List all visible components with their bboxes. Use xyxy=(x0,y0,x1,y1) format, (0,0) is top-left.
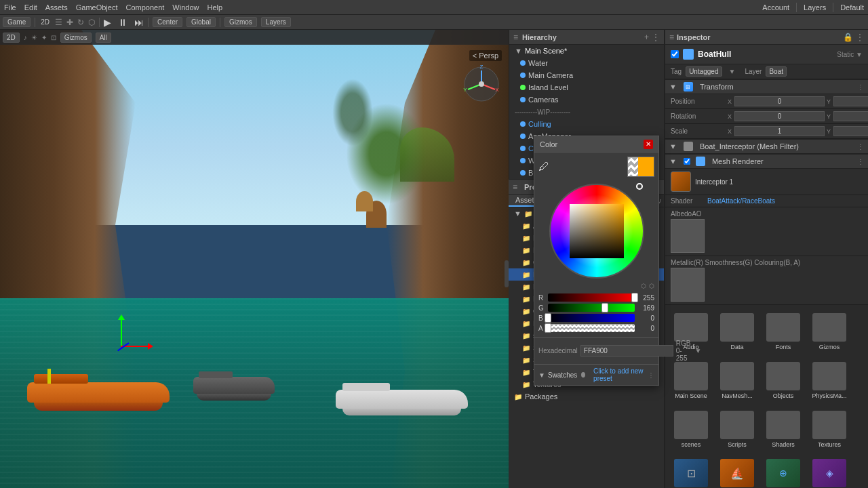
color-wheel-container[interactable] xyxy=(534,181,658,281)
vp-sound-icon[interactable]: ♪ xyxy=(24,34,27,41)
boat-right[interactable] xyxy=(336,390,468,415)
hierarchy-add-button[interactable]: + xyxy=(644,33,649,42)
material-name[interactable]: Interceptor 1 xyxy=(695,178,733,186)
color-picker-close-button[interactable]: ✕ xyxy=(644,140,653,149)
g-slider-track[interactable] xyxy=(548,304,635,312)
folder-item-boat-rid[interactable]: ⊡ Boat Rid... xyxy=(671,456,711,488)
color-mode-selector[interactable]: ⬡ xyxy=(641,283,646,289)
hierarchy-item-cameras[interactable]: Cameras xyxy=(509,94,664,106)
toolbar-icon-scale[interactable]: ⬡ xyxy=(88,18,95,27)
b-slider-track[interactable] xyxy=(548,314,635,322)
transform-component-header[interactable]: ▼ ⊞ Transform ⋮ xyxy=(665,79,868,94)
swatches-header[interactable]: ▼ Swatches Click to add new preset ⋮ xyxy=(534,364,658,385)
a-slider-thumb[interactable] xyxy=(545,323,551,333)
toolbar-icon-move[interactable]: ✚ xyxy=(66,18,73,27)
menu-component[interactable]: Component xyxy=(125,3,164,12)
metallic-texture-box[interactable] xyxy=(671,268,705,302)
mesh-renderer-component-header[interactable]: ▼ Mesh Renderer ⋮ xyxy=(665,154,868,169)
menu-window[interactable]: Window xyxy=(172,3,199,12)
eyedropper-tool[interactable]: 🖊 xyxy=(538,161,549,173)
menu-edit[interactable]: Edit xyxy=(24,3,37,12)
hierarchy-menu-button[interactable]: ⋮ xyxy=(652,33,660,42)
b-slider-thumb[interactable] xyxy=(545,313,551,323)
pivot-button[interactable]: Center xyxy=(153,17,182,27)
game-label[interactable]: Game xyxy=(3,17,31,27)
perspective-label[interactable]: < Persp xyxy=(469,50,502,61)
layers-button[interactable]: Layers xyxy=(804,3,826,12)
vp-gizmos-button[interactable]: Gizmos xyxy=(60,33,92,43)
orientation-gizmo[interactable]: Z X Y xyxy=(461,64,502,104)
object-static-toggle[interactable]: Static ▼ xyxy=(837,51,863,58)
inspector-menu-button[interactable]: ⋮ xyxy=(856,33,864,42)
scene-viewport[interactable]: 2D ♪ ☀ ✦ ⊡ Gizmos All < Persp Z X Y xyxy=(0,30,509,488)
menu-assets[interactable]: Assets xyxy=(45,3,68,12)
a-slider-track[interactable] xyxy=(548,324,635,332)
tag-value[interactable]: Untagged xyxy=(686,66,722,77)
shader-value[interactable]: BoatAttack/RaceBoats xyxy=(707,197,775,205)
hex-input[interactable] xyxy=(580,345,673,357)
scale-y-input[interactable] xyxy=(833,126,868,136)
g-slider-thumb[interactable] xyxy=(601,303,608,312)
object-name[interactable]: BoatHull xyxy=(698,49,731,59)
folder-item-inputsyst[interactable]: ⊕ InputSyst... xyxy=(763,456,804,488)
object-active-toggle[interactable] xyxy=(671,50,679,58)
swatches-menu-icon[interactable]: ⋮ xyxy=(648,371,654,379)
folder-item-gizmos[interactable]: Gizmos xyxy=(809,310,850,354)
color-mode-label[interactable]: ⬡ xyxy=(649,283,654,289)
r-slider-thumb[interactable] xyxy=(631,293,638,302)
play-button[interactable]: ▶ xyxy=(104,17,111,28)
toolbar-icon-rotate[interactable]: ↻ xyxy=(77,18,84,27)
swatches-add-preset[interactable]: Click to add new preset xyxy=(593,367,645,382)
hierarchy-item-main-scene[interactable]: ▼ Main Scene* xyxy=(509,45,664,57)
step-button[interactable]: ⏭ xyxy=(134,17,144,28)
toolbar-icon-hand[interactable]: ☰ xyxy=(55,18,62,27)
transform-menu-icon[interactable]: ⋮ xyxy=(857,83,864,91)
albedo-texture-box[interactable] xyxy=(671,219,705,253)
mesh-renderer-menu-icon[interactable]: ⋮ xyxy=(857,158,864,165)
folder-item-textures[interactable]: Textures xyxy=(809,408,850,451)
hierarchy-item-water[interactable]: Water xyxy=(509,57,664,69)
toolbar-2d[interactable]: 2D xyxy=(39,18,51,26)
vp-effects-icon[interactable]: ✦ xyxy=(41,34,47,41)
folder-item-interceptor[interactable]: ◈ Interceptor... xyxy=(809,456,850,488)
folder-item-fonts[interactable]: Fonts xyxy=(763,310,804,354)
pos-y-input[interactable] xyxy=(833,96,868,106)
mesh-renderer-enabled-toggle[interactable] xyxy=(684,158,690,165)
vp-light-icon[interactable]: ☀ xyxy=(31,34,37,41)
hierarchy-item-main-camera[interactable]: Main Camera xyxy=(509,69,664,81)
folder-item-shaders[interactable]: Shaders xyxy=(763,408,804,451)
scale-x-input[interactable] xyxy=(734,126,825,136)
vp-layers-button[interactable]: All xyxy=(96,33,111,43)
pause-button[interactable]: ⏸ xyxy=(118,17,127,28)
material-preview[interactable] xyxy=(671,171,691,192)
rot-y-input[interactable] xyxy=(833,111,868,121)
color-wheel-inner-square[interactable] xyxy=(570,204,624,258)
boat-left[interactable] xyxy=(27,382,170,411)
mode-dropdown-icon[interactable]: ▼ xyxy=(694,347,701,354)
folder-item-scripts[interactable]: Scripts xyxy=(717,408,757,451)
asset-packages-folder[interactable]: 📁 Packages xyxy=(509,390,664,403)
color-selector-handle[interactable] xyxy=(636,183,643,190)
menu-file[interactable]: File xyxy=(4,3,16,12)
mode-label[interactable]: RGB 0-255 xyxy=(676,340,691,362)
pos-x-input[interactable] xyxy=(734,96,825,106)
hierarchy-item-island-level[interactable]: Island Level xyxy=(509,81,664,94)
folder-item-main-scene[interactable]: Main Scene xyxy=(671,359,711,403)
boat-center[interactable] xyxy=(193,377,275,401)
folder-item-scenes[interactable]: scenes xyxy=(671,408,711,451)
folder-item-data[interactable]: Data xyxy=(717,310,757,354)
vp-2d-button[interactable]: 2D xyxy=(3,33,20,43)
folder-item-boatattack[interactable]: ⛵ BoatAttack xyxy=(717,456,757,488)
mesh-filter-menu-icon[interactable]: ⋮ xyxy=(857,143,864,150)
layers-toolbar-button[interactable]: Layers xyxy=(261,17,291,27)
hierarchy-item-culling[interactable]: Culling xyxy=(509,118,664,130)
account-button[interactable]: Account xyxy=(762,3,789,12)
inspector-lock-button[interactable]: 🔒 xyxy=(843,33,853,42)
folder-item-objects[interactable]: Objects xyxy=(763,359,804,403)
space-button[interactable]: Global xyxy=(186,17,216,27)
layer-value[interactable]: Boat xyxy=(766,66,787,77)
folder-item-physicsma[interactable]: PhysicsMa... xyxy=(809,359,850,403)
mesh-filter-component-header[interactable]: ▼ Boat_Interceptor (Mesh Filter) ⋮ xyxy=(665,139,868,154)
menu-gameobject[interactable]: GameObject xyxy=(76,3,118,12)
layout-button[interactable]: Default xyxy=(840,3,864,12)
